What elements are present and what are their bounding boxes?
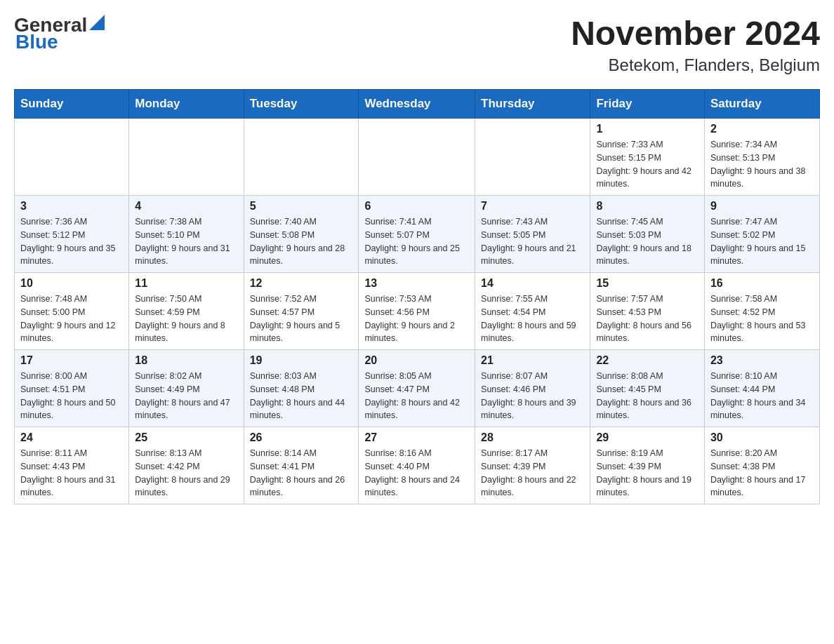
week-row-1: 1Sunrise: 7:33 AMSunset: 5:15 PMDaylight… [15,119,820,196]
calendar-cell [15,119,129,196]
calendar-cell: 24Sunrise: 8:11 AMSunset: 4:43 PMDayligh… [15,427,129,504]
day-number: 15 [596,277,698,290]
day-number: 10 [20,277,123,290]
logo-blue-text: Blue [15,31,58,53]
calendar-cell: 29Sunrise: 8:19 AMSunset: 4:39 PMDayligh… [590,427,704,504]
calendar-cell: 4Sunrise: 7:38 AMSunset: 5:10 PMDaylight… [129,196,244,273]
col-sunday: Sunday [15,90,129,119]
week-row-2: 3Sunrise: 7:36 AMSunset: 5:12 PMDaylight… [15,196,820,273]
day-number: 19 [250,354,353,367]
day-info: Sunrise: 8:10 AMSunset: 4:44 PMDaylight:… [710,370,814,422]
day-info: Sunrise: 7:43 AMSunset: 5:05 PMDaylight:… [481,215,584,268]
calendar-header: Sunday Monday Tuesday Wednesday Thursday… [15,90,820,119]
calendar-body: 1Sunrise: 7:33 AMSunset: 5:15 PMDaylight… [15,119,820,504]
calendar-cell: 17Sunrise: 8:00 AMSunset: 4:51 PMDayligh… [15,350,129,427]
day-info: Sunrise: 7:48 AMSunset: 5:00 PMDaylight:… [20,293,123,345]
col-friday: Friday [590,90,704,119]
day-number: 9 [710,200,814,213]
svg-marker-0 [89,15,105,30]
day-number: 22 [596,354,698,367]
calendar-cell: 16Sunrise: 7:58 AMSunset: 4:52 PMDayligh… [704,273,819,350]
col-thursday: Thursday [475,90,590,119]
day-number: 6 [364,200,469,213]
day-info: Sunrise: 8:07 AMSunset: 4:46 PMDaylight:… [481,370,584,422]
day-number: 21 [481,354,584,367]
calendar-cell: 21Sunrise: 8:07 AMSunset: 4:46 PMDayligh… [475,350,590,427]
calendar-cell: 9Sunrise: 7:47 AMSunset: 5:02 PMDaylight… [704,196,819,273]
calendar-cell [359,119,475,196]
day-number: 24 [20,431,123,444]
page-subtitle: Betekom, Flanders, Belgium [571,55,820,75]
week-row-4: 17Sunrise: 8:00 AMSunset: 4:51 PMDayligh… [15,350,820,427]
day-info: Sunrise: 7:33 AMSunset: 5:15 PMDaylight:… [596,138,698,191]
day-number: 26 [250,431,353,444]
calendar-cell: 12Sunrise: 7:52 AMSunset: 4:57 PMDayligh… [244,273,359,350]
calendar-cell: 22Sunrise: 8:08 AMSunset: 4:45 PMDayligh… [590,350,704,427]
day-info: Sunrise: 8:13 AMSunset: 4:42 PMDaylight:… [135,447,237,499]
day-info: Sunrise: 7:58 AMSunset: 4:52 PMDaylight:… [710,293,814,345]
calendar-cell: 2Sunrise: 7:34 AMSunset: 5:13 PMDaylight… [704,119,819,196]
calendar-cell: 5Sunrise: 7:40 AMSunset: 5:08 PMDaylight… [244,196,359,273]
day-info: Sunrise: 7:36 AMSunset: 5:12 PMDaylight:… [20,215,123,268]
calendar-cell: 18Sunrise: 8:02 AMSunset: 4:49 PMDayligh… [129,350,244,427]
day-number: 13 [364,277,469,290]
calendar-cell: 28Sunrise: 8:17 AMSunset: 4:39 PMDayligh… [475,427,590,504]
calendar-cell: 15Sunrise: 7:57 AMSunset: 4:53 PMDayligh… [590,273,704,350]
day-number: 1 [596,123,698,135]
day-info: Sunrise: 8:16 AMSunset: 4:40 PMDaylight:… [364,447,469,499]
calendar-cell: 14Sunrise: 7:55 AMSunset: 4:54 PMDayligh… [475,273,590,350]
day-info: Sunrise: 8:20 AMSunset: 4:38 PMDaylight:… [710,447,814,499]
day-info: Sunrise: 8:19 AMSunset: 4:39 PMDaylight:… [596,447,698,499]
logo-triangle-icon [89,15,105,30]
title-block: November 2024 Betekom, Flanders, Belgium [571,14,820,75]
day-info: Sunrise: 7:50 AMSunset: 4:59 PMDaylight:… [135,293,237,345]
day-info: Sunrise: 8:08 AMSunset: 4:45 PMDaylight:… [596,370,698,422]
day-info: Sunrise: 7:53 AMSunset: 4:56 PMDaylight:… [364,293,469,345]
week-row-3: 10Sunrise: 7:48 AMSunset: 5:00 PMDayligh… [15,273,820,350]
week-row-5: 24Sunrise: 8:11 AMSunset: 4:43 PMDayligh… [15,427,820,504]
calendar-cell [129,119,244,196]
day-number: 11 [135,277,237,290]
calendar-cell: 13Sunrise: 7:53 AMSunset: 4:56 PMDayligh… [359,273,475,350]
calendar-cell: 25Sunrise: 8:13 AMSunset: 4:42 PMDayligh… [129,427,244,504]
day-number: 17 [20,354,123,367]
day-number: 16 [710,277,814,290]
calendar-cell: 10Sunrise: 7:48 AMSunset: 5:00 PMDayligh… [15,273,129,350]
day-number: 12 [250,277,353,290]
day-info: Sunrise: 8:00 AMSunset: 4:51 PMDaylight:… [20,370,123,422]
logo: General Blue [14,14,105,53]
day-info: Sunrise: 7:52 AMSunset: 4:57 PMDaylight:… [250,293,353,345]
calendar-cell: 1Sunrise: 7:33 AMSunset: 5:15 PMDaylight… [590,119,704,196]
calendar-cell [244,119,359,196]
col-monday: Monday [129,90,244,119]
day-number: 20 [364,354,469,367]
day-number: 7 [481,200,584,213]
day-info: Sunrise: 8:05 AMSunset: 4:47 PMDaylight:… [364,370,469,422]
calendar-cell: 3Sunrise: 7:36 AMSunset: 5:12 PMDaylight… [15,196,129,273]
day-number: 30 [710,431,814,444]
day-info: Sunrise: 8:03 AMSunset: 4:48 PMDaylight:… [250,370,353,422]
day-info: Sunrise: 7:34 AMSunset: 5:13 PMDaylight:… [710,138,814,191]
day-number: 23 [710,354,814,367]
day-info: Sunrise: 8:14 AMSunset: 4:41 PMDaylight:… [250,447,353,499]
calendar-cell [475,119,590,196]
calendar-cell: 6Sunrise: 7:41 AMSunset: 5:07 PMDaylight… [359,196,475,273]
day-info: Sunrise: 8:17 AMSunset: 4:39 PMDaylight:… [481,447,584,499]
day-number: 18 [135,354,237,367]
calendar-cell: 30Sunrise: 8:20 AMSunset: 4:38 PMDayligh… [704,427,819,504]
day-number: 14 [481,277,584,290]
calendar-cell: 11Sunrise: 7:50 AMSunset: 4:59 PMDayligh… [129,273,244,350]
day-info: Sunrise: 8:11 AMSunset: 4:43 PMDaylight:… [20,447,123,499]
day-info: Sunrise: 7:41 AMSunset: 5:07 PMDaylight:… [364,215,469,268]
day-info: Sunrise: 7:45 AMSunset: 5:03 PMDaylight:… [596,215,698,268]
day-number: 5 [250,200,353,213]
days-of-week-row: Sunday Monday Tuesday Wednesday Thursday… [15,90,820,119]
calendar-cell: 27Sunrise: 8:16 AMSunset: 4:40 PMDayligh… [359,427,475,504]
col-wednesday: Wednesday [359,90,475,119]
day-number: 28 [481,431,584,444]
day-number: 29 [596,431,698,444]
calendar-cell: 23Sunrise: 8:10 AMSunset: 4:44 PMDayligh… [704,350,819,427]
page-title: November 2024 [571,14,820,53]
day-info: Sunrise: 7:38 AMSunset: 5:10 PMDaylight:… [135,215,237,268]
calendar-cell: 19Sunrise: 8:03 AMSunset: 4:48 PMDayligh… [244,350,359,427]
